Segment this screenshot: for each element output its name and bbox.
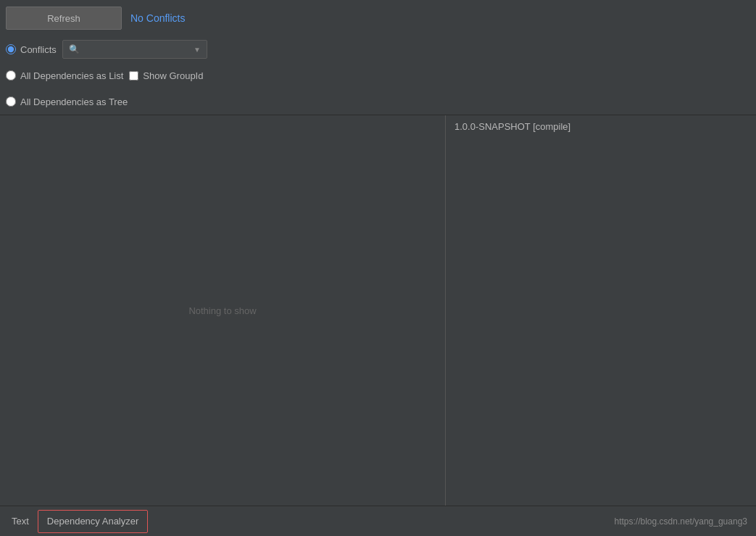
radio-all-deps-list-label[interactable]: All Dependencies as List [20,70,123,81]
right-panel: 1.0.0-SNAPSHOT [compile] [446,115,756,506]
no-conflicts-label: No Conflicts [130,12,185,24]
tab-dependency-analyzer[interactable]: Dependency Analyzer [38,510,148,533]
search-box[interactable]: 🔍 ▼ [62,40,207,59]
conflicts-row: Conflicts 🔍 ▼ [0,36,756,62]
radio-all-deps-tree[interactable]: All Dependencies as Tree [6,96,128,107]
left-panel: Nothing to show [0,115,446,506]
show-groupid-checkbox-item[interactable]: Show GroupId [129,70,203,81]
refresh-button[interactable]: Refresh [6,7,122,30]
top-section: Refresh No Conflicts Conflicts 🔍 ▼ All D… [0,0,756,115]
main-content: Nothing to show 1.0.0-SNAPSHOT [compile] [0,115,756,506]
tab-text[interactable]: Text [3,510,38,533]
radio-all-deps-tree-input[interactable] [6,96,16,107]
radio-conflicts-label[interactable]: Conflicts [20,44,57,55]
all-deps-row: All Dependencies as List Show GroupId [0,62,756,88]
snapshot-label: 1.0.0-SNAPSHOT [compile] [454,121,570,132]
show-groupid-label[interactable]: Show GroupId [143,70,203,81]
status-bar: Text Dependency Analyzer https://blog.cs… [0,506,756,536]
radio-conflicts[interactable]: Conflicts [6,44,57,55]
radio-conflicts-input[interactable] [6,44,16,54]
search-icon: 🔍 [69,44,80,54]
radio-all-deps-tree-label[interactable]: All Dependencies as Tree [20,96,128,107]
search-dropdown-arrow-icon[interactable]: ▼ [194,46,201,54]
radio-all-deps-list-input[interactable] [6,70,16,81]
toolbar-row: Refresh No Conflicts [0,0,756,36]
all-deps-tree-row: All Dependencies as Tree [0,88,756,115]
show-groupid-checkbox[interactable] [129,71,138,81]
status-bar-url: https://blog.csdn.net/yang_guang3 [615,516,753,527]
radio-all-deps-list[interactable]: All Dependencies as List [6,70,123,81]
nothing-to-show-label: Nothing to show [188,305,256,316]
search-input[interactable] [83,44,192,54]
